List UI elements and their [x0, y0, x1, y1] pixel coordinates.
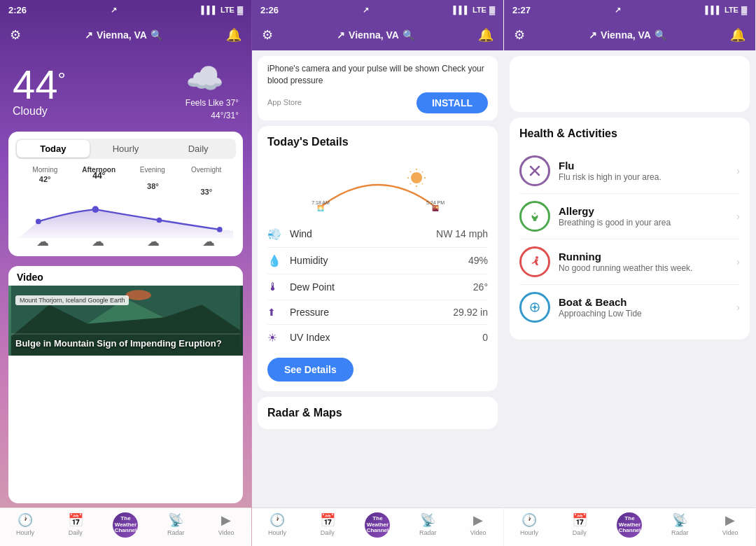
bottom-tab-radar-1[interactable]: 📡 Radar — [150, 512, 201, 539]
bottom-tab-daily-1[interactable]: 📅 Daily — [50, 512, 101, 539]
bottom-tab-wc-2[interactable]: TheWeatherChannel — [353, 512, 403, 539]
bottom-bar-3: 🕐 Hourly 📅 Daily TheWeatherChannel 📡 Rad… — [504, 507, 755, 546]
badge-text: Mount Thorjorn, Iceland Google Earth — [20, 297, 125, 304]
gear-icon-3[interactable]: ⚙ — [514, 27, 525, 43]
svg-point-24 — [536, 256, 538, 259]
wc-button-1[interactable]: TheWeatherChannel — [113, 512, 138, 538]
pressure-value: 29.92 in — [453, 307, 488, 318]
details-title: Today's Details — [267, 136, 488, 148]
svg-text:🌅: 🌅 — [317, 204, 324, 211]
svg-point-1 — [92, 206, 99, 213]
boat-svg-icon — [528, 300, 542, 314]
flu-text: Flu Flu risk is high in your area. — [559, 160, 736, 182]
search-icon-2[interactable]: 🔍 — [402, 29, 414, 41]
running-icon-circle — [519, 246, 550, 277]
tab-daily[interactable]: Daily — [162, 140, 234, 158]
hourly-icon-3: 🕐 — [522, 512, 537, 528]
see-details-button[interactable]: See Details — [267, 358, 354, 382]
health-title: Health & Activities — [519, 127, 740, 140]
bottom-tab-hourly-3[interactable]: 🕐 Hourly — [504, 512, 554, 539]
status-time-2: 2:26 — [260, 5, 279, 15]
bottom-tab-hourly-2[interactable]: 🕐 Hourly — [252, 512, 302, 539]
bottom-tab-video-1[interactable]: ▶ Video — [201, 512, 251, 539]
bottom-tab-wc-1[interactable]: TheWeatherChannel — [101, 512, 151, 539]
feels-like: Feels Like 37° 44°/31° — [186, 97, 239, 122]
health-row-flu[interactable]: Flu Flu risk is high in your area. › — [519, 148, 740, 194]
video-label: Video — [8, 266, 243, 286]
gear-icon-1[interactable]: ⚙ — [10, 27, 21, 43]
status-bar-3: 2:27 ↗ ▌▌▌ LTE ▓ — [504, 0, 755, 20]
radar-label-3: Radar — [671, 529, 689, 536]
status-right-1: ▌▌▌ LTE ▓ — [202, 6, 243, 14]
panel-3-content: Health & Activities Flu Flu risk is high… — [504, 50, 755, 507]
status-arrow-3: ↗ — [615, 6, 621, 15]
bottom-tab-video-2[interactable]: ▶ Video — [453, 512, 503, 539]
battery-icon-2: ▓ — [489, 6, 495, 14]
bottom-tab-radar-3[interactable]: 📡 Radar — [654, 512, 705, 539]
signal-icon-2: ▌▌▌ — [454, 6, 470, 14]
status-bar-2: 2:26 ↗ ▌▌▌ LTE ▓ — [252, 0, 503, 20]
sun-arc-svg: 🌅 7:18 AM 🌇 5:24 PM — [308, 157, 448, 213]
radar-icon-3: 📡 — [672, 512, 687, 528]
video-overlay-text: Bulge in Mountain Sign of Impending Erup… — [15, 338, 236, 350]
location-text-2: Vienna, VA — [349, 29, 399, 41]
bell-icon-3[interactable]: 🔔 — [730, 27, 746, 43]
radar-title: Radar & Maps — [267, 407, 488, 419]
tab-hourly[interactable]: Hourly — [90, 140, 162, 158]
search-icon-1[interactable]: 🔍 — [150, 29, 162, 41]
search-icon-3[interactable]: 🔍 — [654, 29, 666, 41]
daily-icon-1: 📅 — [68, 512, 83, 528]
header-location-2[interactable]: ↗ Vienna, VA 🔍 — [337, 29, 414, 41]
health-card: Health & Activities Flu Flu risk is high… — [510, 118, 750, 340]
tab-today[interactable]: Today — [17, 140, 90, 158]
svg-text:7:18 AM: 7:18 AM — [312, 200, 330, 205]
temp-chart: 42° 44° 38° 33° — [18, 175, 233, 231]
panel-today-details: 2:26 ↗ ▌▌▌ LTE ▓ ⚙ ↗ Vienna, VA 🔍 🔔 iPho… — [252, 0, 504, 546]
bottom-tab-daily-2[interactable]: 📅 Daily — [302, 512, 353, 539]
detail-row-dewpoint: 🌡 Dew Point 26° — [267, 274, 488, 300]
wc-button-3[interactable]: TheWeatherChannel — [617, 512, 642, 538]
wc-button-2[interactable]: TheWeatherChannel — [365, 512, 390, 538]
lte-label-1: LTE — [220, 6, 234, 14]
health-row-running[interactable]: Running No good running weather this wee… — [519, 239, 740, 285]
bell-icon-2[interactable]: 🔔 — [478, 27, 493, 43]
temp-display: 44° Cloudy — [13, 64, 66, 118]
svg-line-14 — [410, 172, 411, 172]
radar-card: Radar & Maps — [258, 397, 498, 429]
detail-row-uv: ☀ UV Index 0 — [267, 325, 488, 351]
video-label-2: Video — [470, 529, 486, 536]
temp-value: 44 — [13, 64, 58, 105]
bottom-tab-hourly-1[interactable]: 🕐 Hourly — [0, 512, 50, 539]
bottom-tab-radar-2[interactable]: 📡 Radar — [402, 512, 453, 539]
dewpoint-value: 26° — [473, 281, 488, 293]
location-arrow-icon-2: ↗ — [337, 29, 345, 41]
header-location-1[interactable]: ↗ Vienna, VA 🔍 — [85, 29, 162, 41]
ad-text: iPhone's camera and your pulse will be s… — [267, 63, 488, 87]
health-row-allergy[interactable]: Allergy Breathing is good in your area › — [519, 194, 740, 239]
gear-icon-2[interactable]: ⚙ — [262, 27, 273, 43]
video-thumbnail[interactable]: Mount Thorjorn, Iceland Google Earth Bul… — [8, 286, 243, 356]
bell-icon-1[interactable]: 🔔 — [226, 27, 241, 43]
health-row-boat[interactable]: Boat & Beach Approaching Low Tide › — [519, 285, 740, 330]
panel-health-activities: 2:27 ↗ ▌▌▌ LTE ▓ ⚙ ↗ Vienna, VA 🔍 🔔 Heal… — [504, 0, 756, 546]
temp-labels: 42° 44° 38° 33° — [18, 175, 233, 196]
svg-point-3 — [217, 227, 223, 232]
svg-rect-8 — [11, 333, 240, 335]
flu-name: Flu — [559, 160, 736, 172]
video-section: Video Mount Thorjorn, Iceland Google Ear… — [8, 266, 243, 503]
boat-name: Boat & Beach — [559, 296, 736, 308]
allergy-sub: Breathing is good in your area — [559, 218, 736, 227]
header-location-3[interactable]: ↗ Vienna, VA 🔍 — [589, 29, 666, 41]
bottom-tab-video-3[interactable]: ▶ Video — [705, 512, 755, 539]
svg-point-26 — [533, 306, 536, 309]
running-sub: No good running weather this week. — [559, 263, 736, 273]
install-button[interactable]: INSTALL — [416, 92, 488, 113]
hourly-label-2: Hourly — [268, 529, 286, 536]
weather-icon-3: ☁ — [202, 234, 215, 249]
flu-icon-circle — [519, 155, 550, 186]
humidity-value: 49% — [468, 255, 488, 266]
bottom-tab-wc-3[interactable]: TheWeatherChannel — [605, 512, 655, 539]
time-overnight: Overnight — [179, 166, 233, 174]
bottom-tab-daily-3[interactable]: 📅 Daily — [554, 512, 605, 539]
temperature-large: 44° — [13, 64, 66, 105]
